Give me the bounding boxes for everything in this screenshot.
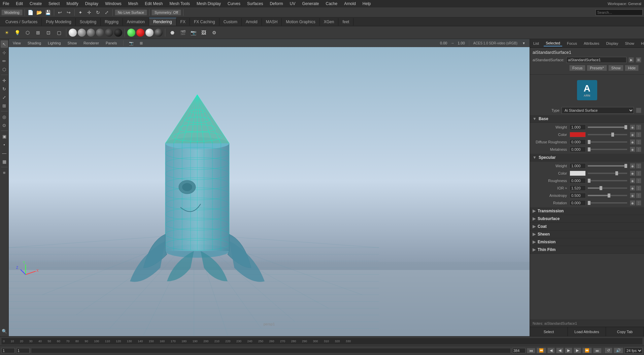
ae-anisotropy-value[interactable] xyxy=(570,193,586,198)
undo-icon[interactable]: ↩ xyxy=(56,9,64,16)
vp-menu-renderer[interactable]: Renderer xyxy=(81,40,101,46)
ae-metalness-value[interactable] xyxy=(570,147,586,152)
play-fwd-btn[interactable]: ▶ xyxy=(565,348,572,353)
menu-mesh[interactable]: Mesh xyxy=(127,1,139,7)
next-key-btn[interactable]: ▶ xyxy=(574,348,581,353)
ae-base-color-slider[interactable] xyxy=(588,134,627,135)
ae-ior-slider[interactable] xyxy=(588,187,627,189)
ae-spec-color-slider[interactable] xyxy=(588,173,627,174)
ae-type-expand[interactable] xyxy=(636,108,641,113)
ae-base-weight-value[interactable] xyxy=(570,125,586,130)
ae-section-subsurface[interactable]: ▶ Subsurface xyxy=(530,215,644,223)
menu-curves[interactable]: Curves xyxy=(226,1,242,7)
ae-diffuse-roughness-slider[interactable] xyxy=(588,141,627,143)
go-start-btn[interactable]: ⏮ xyxy=(527,348,535,353)
sphere-green[interactable] xyxy=(127,29,135,37)
shelf-icon-8[interactable]: 🖼 xyxy=(199,28,208,37)
tab-arnold[interactable]: Arnold xyxy=(242,18,262,26)
ae-base-weight-handle[interactable] xyxy=(624,125,627,129)
ae-base-weight-connect[interactable]: ◈ xyxy=(630,125,635,130)
ae-focus-button[interactable]: Focus xyxy=(569,65,585,71)
vp-menu-show[interactable]: Show xyxy=(66,40,79,46)
soft-select-icon[interactable]: ◎ xyxy=(1,113,8,120)
ae-ior-value[interactable] xyxy=(570,185,586,191)
ae-spec-color-menu[interactable]: ⋮ xyxy=(636,171,641,176)
search-scene-icon[interactable]: 🔍 xyxy=(1,327,8,335)
live-surface-btn[interactable]: No Live Surface xyxy=(115,9,147,15)
mode-dropdown[interactable]: Modeling xyxy=(1,9,23,15)
tab-custom[interactable]: Custom xyxy=(219,18,242,26)
tab-xgen[interactable]: XGen xyxy=(320,18,339,26)
shelf-icon-6[interactable]: ▢ xyxy=(54,28,64,37)
ae-tab-focus[interactable]: Focus xyxy=(565,41,579,46)
ae-section-thin-film[interactable]: ▶ Thin Film xyxy=(530,246,644,254)
ae-node-expand-btn[interactable]: ⊞ xyxy=(636,57,641,63)
ae-node-value-input[interactable] xyxy=(566,57,626,63)
tab-rendering[interactable]: Rendering xyxy=(149,18,176,26)
select-icon[interactable]: ✦ xyxy=(77,9,84,16)
ae-select-btn[interactable]: Select xyxy=(530,327,568,336)
menu-cache[interactable]: Cache xyxy=(324,1,339,7)
ae-material-icon[interactable]: A ARN xyxy=(577,80,597,100)
ae-diffuse-roughness-menu[interactable]: ⋮ xyxy=(636,139,641,145)
ae-anisotropy-connect[interactable]: ◈ xyxy=(630,193,635,198)
component-icon[interactable]: ▣ xyxy=(1,133,8,140)
sphere-white[interactable] xyxy=(69,29,77,37)
ae-base-color-handle[interactable] xyxy=(611,133,614,137)
menu-edit[interactable]: Edit xyxy=(14,1,24,7)
shelf-light-icon[interactable]: 💡 xyxy=(12,28,22,37)
ae-copy-tab-btn[interactable]: Copy Tab xyxy=(606,327,644,336)
menu-generate[interactable]: Generate xyxy=(301,1,320,7)
ae-rotation-value[interactable] xyxy=(570,200,586,206)
ae-diffuse-roughness-handle[interactable] xyxy=(588,140,590,144)
ae-metalness-connect[interactable]: ◈ xyxy=(630,147,635,152)
ae-section-transmission[interactable]: ▶ Transmission xyxy=(530,207,644,215)
ae-anisotropy-slider[interactable] xyxy=(588,195,627,196)
ae-show-button[interactable]: Show xyxy=(608,65,624,71)
save-file-icon[interactable]: 💾 xyxy=(44,9,52,16)
ae-rotation-handle[interactable] xyxy=(588,201,590,205)
ae-rotation-menu[interactable]: ⋮ xyxy=(636,200,641,206)
ae-metalness-menu[interactable]: ⋮ xyxy=(636,147,641,152)
menu-deform[interactable]: Deform xyxy=(268,1,284,7)
menu-mesh-display[interactable]: Mesh Display xyxy=(195,1,222,7)
ae-anisotropy-menu[interactable]: ⋮ xyxy=(636,193,641,198)
menu-display[interactable]: Display xyxy=(84,1,100,7)
ae-base-weight-slider[interactable] xyxy=(588,127,627,128)
ae-spec-color-swatch[interactable] xyxy=(570,171,586,176)
menu-select[interactable]: Select xyxy=(47,1,61,7)
ae-spec-weight-menu[interactable]: ⋮ xyxy=(636,163,641,169)
vp-grid-icon[interactable]: ⊞ xyxy=(138,39,145,47)
go-end-btn[interactable]: ⏭ xyxy=(593,348,602,353)
ae-ior-handle[interactable] xyxy=(600,186,602,190)
play-back-btn[interactable]: ◀ xyxy=(556,348,564,353)
sphere-darker[interactable] xyxy=(114,29,122,37)
rotate-icon[interactable]: ↻ xyxy=(94,9,102,16)
scale-icon[interactable]: ⤢ xyxy=(103,9,110,16)
ae-metalness-slider[interactable] xyxy=(588,149,627,150)
rotate-tool-icon[interactable]: ↻ xyxy=(1,85,8,93)
ae-load-attributes-btn[interactable]: Load Attributes xyxy=(568,327,606,336)
sphere-dark[interactable] xyxy=(105,29,113,37)
snap-icon[interactable]: ⊙ xyxy=(1,121,8,129)
ae-base-color-connect[interactable]: ◈ xyxy=(630,132,635,137)
frame-end-input[interactable] xyxy=(512,348,526,353)
audio-btn[interactable]: 🔊 xyxy=(614,348,623,353)
ae-rotation-slider[interactable] xyxy=(588,202,627,204)
ae-tab-help[interactable]: Help xyxy=(639,41,644,46)
tab-poly-modeling[interactable]: Poly Modeling xyxy=(42,18,75,26)
ae-section-sheen[interactable]: ▶ Sheen xyxy=(530,230,644,238)
menu-edit-mesh[interactable]: Edit Mesh xyxy=(143,1,164,7)
search-input[interactable] xyxy=(596,9,643,15)
menu-surfaces[interactable]: Surfaces xyxy=(246,1,264,7)
vp-menu-panels[interactable]: Panels xyxy=(104,40,119,46)
ae-section-specular[interactable]: ▼ Specular xyxy=(530,154,644,162)
menu-uv[interactable]: UV xyxy=(289,1,297,7)
ae-tab-show[interactable]: Show xyxy=(623,41,636,46)
paint-tool-icon[interactable]: ✏ xyxy=(1,57,8,65)
vp-color-dropdown[interactable]: ▼ xyxy=(520,39,528,47)
move-icon[interactable]: ✛ xyxy=(86,9,93,16)
tab-motion-graphics[interactable]: Motion Graphics xyxy=(282,18,319,26)
tab-animation[interactable]: Animation xyxy=(123,18,149,26)
open-file-icon[interactable]: 📂 xyxy=(36,9,43,16)
